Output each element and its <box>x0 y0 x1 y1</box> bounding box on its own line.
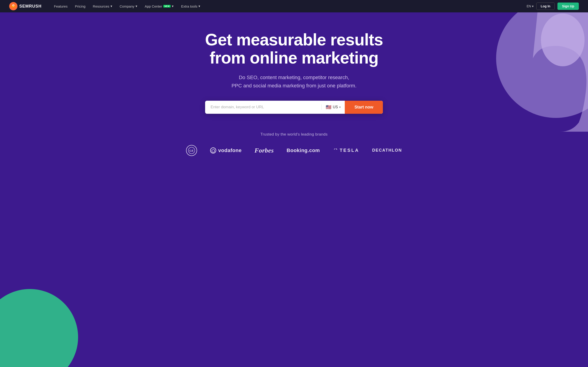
search-input[interactable] <box>205 101 321 114</box>
nav-features[interactable]: Features <box>51 3 71 10</box>
hero-content: Get measurable results from online marke… <box>200 31 388 114</box>
new-badge: NEW <box>163 5 171 8</box>
nav-links: Features Pricing Resources ▾ Company ▾ A… <box>51 3 527 10</box>
brands-list: GE vodafone Forbes Booking.com <box>177 145 411 156</box>
hero-title: Get measurable results from online marke… <box>205 31 383 67</box>
chevron-down-icon: ▾ <box>199 4 200 8</box>
brand-vodafone: vodafone <box>210 147 242 154</box>
chevron-down-icon: ▾ <box>172 4 174 8</box>
logo[interactable]: SEMRUSH <box>9 2 42 10</box>
brands-section: Trusted by the world's leading brands GE… <box>177 132 411 170</box>
svg-point-3 <box>13 5 14 6</box>
brand-ge: GE <box>186 145 197 156</box>
login-button[interactable]: Log In <box>536 2 555 10</box>
brands-label: Trusted by the world's leading brands <box>177 132 411 137</box>
chevron-down-icon: ▾ <box>339 106 341 109</box>
search-bar: 🇺🇸 US ▾ Start now <box>205 101 383 114</box>
signup-button[interactable]: Sign Up <box>557 2 579 10</box>
svg-text:GE: GE <box>190 149 194 152</box>
deco-circle-left <box>0 289 78 367</box>
brand-booking: Booking.com <box>287 148 320 153</box>
nav-company[interactable]: Company ▾ <box>116 3 141 10</box>
main-nav: SEMRUSH Features Pricing Resources ▾ Com… <box>0 0 588 12</box>
chevron-down-icon: ▾ <box>111 4 112 8</box>
chevron-down-icon: ▾ <box>136 4 137 8</box>
language-selector[interactable]: EN ▾ <box>527 4 534 8</box>
tesla-icon <box>333 148 338 153</box>
brand-forbes: Forbes <box>254 147 274 154</box>
vodafone-icon <box>210 147 216 154</box>
country-selector[interactable]: 🇺🇸 US ▾ <box>321 104 345 110</box>
flag-icon: 🇺🇸 <box>326 104 331 110</box>
nav-app-center[interactable]: App Center NEW ▾ <box>141 3 177 10</box>
chevron-down-icon: ▾ <box>532 4 534 8</box>
nav-resources[interactable]: Resources ▾ <box>90 3 115 10</box>
nav-extra-tools[interactable]: Extra tools ▾ <box>178 3 204 10</box>
start-now-button[interactable]: Start now <box>345 101 383 114</box>
hero-section: Get measurable results from online marke… <box>0 12 588 367</box>
hero-subtitle: Do SEO, content marketing, competitor re… <box>205 73 383 90</box>
brand-decathlon: DECATHLON <box>372 148 402 153</box>
ge-logo: GE <box>186 145 197 156</box>
silhouette-right <box>492 12 588 132</box>
nav-pricing[interactable]: Pricing <box>72 3 89 10</box>
logo-text: SEMRUSH <box>19 4 42 9</box>
nav-right: EN ▾ Log In Sign Up <box>527 2 579 10</box>
brand-tesla: TESLA <box>333 148 359 153</box>
